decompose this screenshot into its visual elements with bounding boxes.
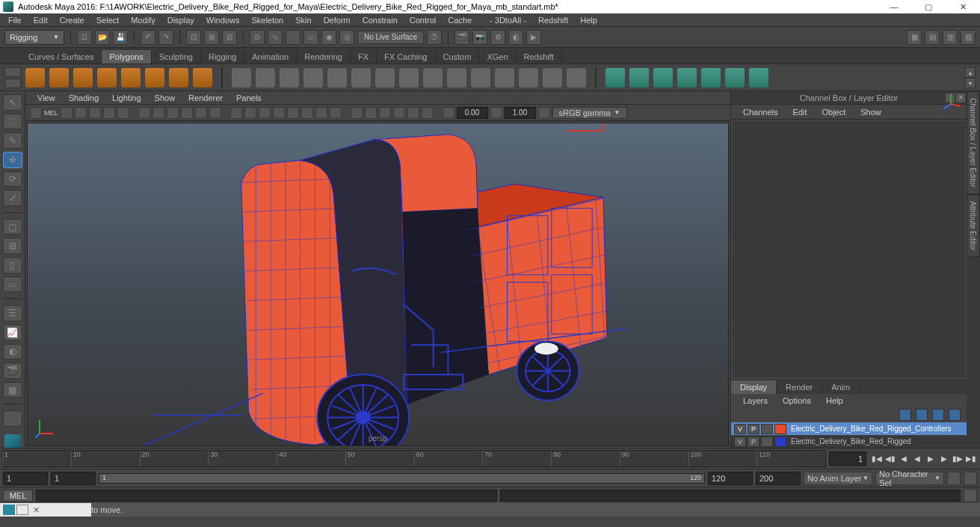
shadows-icon[interactable] — [287, 107, 299, 119]
layer-visible-toggle[interactable]: V — [734, 437, 746, 447]
menu-display[interactable]: Display — [162, 16, 200, 25]
two-pane-stack-icon[interactable]: ▭ — [3, 277, 22, 293]
sculpt-5-icon[interactable] — [701, 68, 721, 87]
smooth-shade-icon[interactable] — [244, 107, 256, 119]
menu-windows[interactable]: Windows — [201, 16, 245, 25]
layer-tab-display[interactable]: Display — [731, 380, 777, 394]
shelf-trash-icon[interactable] — [4, 78, 21, 88]
wireframe-icon[interactable] — [230, 107, 242, 119]
range-start-outer[interactable]: 1 — [3, 472, 48, 485]
play-forward-icon[interactable]: ▶ — [925, 453, 937, 465]
layer-move-down-icon[interactable] — [916, 409, 928, 421]
graph-editor-icon[interactable]: 📈 — [3, 324, 22, 341]
channel-box-toggle-icon[interactable]: ▧ — [961, 30, 976, 45]
paint-select-tool-icon[interactable]: ✎ — [3, 132, 22, 149]
snap-curve-icon[interactable]: ∿ — [268, 30, 283, 45]
script-lang-button[interactable]: MEL — [3, 490, 33, 502]
shelf-tab-redshift[interactable]: Redshift — [517, 50, 562, 64]
layer-color-swatch[interactable] — [774, 424, 786, 434]
sculpt-6-icon[interactable] — [725, 68, 745, 87]
script-editor-icon[interactable] — [964, 489, 977, 502]
wire-on-shaded-icon[interactable] — [301, 107, 313, 119]
go-to-end-icon[interactable]: ▶▮ — [965, 453, 977, 465]
sculpt-7-icon[interactable] — [749, 68, 768, 87]
shelf-tab-rigging[interactable]: Rigging — [201, 50, 244, 64]
xray-icon[interactable] — [315, 107, 327, 119]
select-object-icon[interactable]: ⊞ — [204, 30, 219, 45]
panel-menu-shading[interactable]: Shading — [63, 93, 105, 102]
gamma-icon[interactable] — [490, 107, 502, 119]
time-slider[interactable]: 1102030405060708090100110115 1 ▮◀ ◀▮ ◀ ◀… — [0, 448, 980, 469]
shelf-scroll-up-icon[interactable]: ▲ — [965, 67, 976, 78]
single-pane-icon[interactable]: ▢ — [3, 219, 22, 235]
panel-menu-panels[interactable]: Panels — [230, 93, 268, 102]
menu-control[interactable]: Control — [404, 16, 441, 25]
channel-menu-channels[interactable]: Channels — [737, 108, 783, 117]
taskbar-app-icon[interactable] — [3, 505, 15, 515]
attribute-editor-toggle-icon[interactable]: ▤ — [925, 30, 940, 45]
shelf-tab-sculpting[interactable]: Sculpting — [152, 50, 201, 64]
outliner-icon[interactable]: ☰ — [3, 305, 22, 321]
use-all-lights-icon[interactable] — [273, 107, 285, 119]
open-scene-icon[interactable]: 📂 — [95, 30, 110, 45]
layer-new-icon[interactable] — [949, 409, 961, 421]
menu-deform[interactable]: Deform — [318, 16, 356, 25]
combine-icon[interactable] — [232, 68, 251, 87]
menu-cache[interactable]: Cache — [443, 16, 477, 25]
layer-type-toggle[interactable] — [761, 424, 773, 434]
rotate-tool-icon[interactable]: ⟳ — [3, 171, 22, 188]
film-gate-icon[interactable] — [152, 107, 164, 119]
layer-menu-options[interactable]: Options — [777, 396, 817, 405]
character-set-combo[interactable]: No Character Set▼ — [875, 472, 944, 485]
ao-icon[interactable] — [407, 107, 419, 119]
close-button[interactable]: ✕ — [946, 0, 980, 13]
side-tab-attribute-editor[interactable]: Attribute Editor — [967, 194, 980, 257]
separate-icon[interactable] — [256, 68, 275, 87]
side-tab-channel-box[interactable]: Channel Box / Layer Editor — [967, 91, 980, 194]
menu-create[interactable]: Create — [55, 16, 90, 25]
auto-key-icon[interactable] — [947, 472, 961, 485]
step-back-icon[interactable]: ◀ — [898, 453, 910, 465]
shelf-tab-polygons[interactable]: Polygons — [102, 50, 151, 64]
menu-constrain[interactable]: Constrain — [357, 16, 403, 25]
poly-cube-icon[interactable] — [49, 68, 69, 87]
live-surface-field[interactable]: No Live Surface — [357, 31, 424, 44]
bookmarks-icon[interactable] — [75, 107, 87, 119]
prefs-icon[interactable] — [964, 472, 977, 485]
shelf-scroll-down-icon[interactable]: ▼ — [965, 78, 976, 88]
four-pane-icon[interactable]: ⊞ — [3, 238, 22, 254]
taskbar-close-icon[interactable]: ✕ — [30, 505, 42, 515]
step-back-key-icon[interactable]: ◀▮ — [884, 453, 896, 465]
undo-icon[interactable]: ↶ — [141, 30, 155, 45]
range-start-inner[interactable]: 1 — [51, 472, 96, 485]
shelf-tab-fx[interactable]: FX — [351, 50, 377, 64]
menu-modify[interactable]: Modify — [126, 16, 160, 25]
taskbar-window-icon[interactable] — [16, 505, 28, 515]
layer-tab-anim[interactable]: Anim — [822, 380, 860, 394]
anti-alias-icon[interactable] — [422, 107, 434, 119]
multicut-icon[interactable] — [375, 68, 395, 87]
boolean-icon[interactable] — [280, 68, 299, 87]
2d-pan-icon[interactable] — [103, 107, 115, 119]
motion-blur-icon[interactable] — [379, 107, 391, 119]
sculpt-3-icon[interactable] — [653, 68, 673, 87]
depth-of-field-icon[interactable] — [393, 107, 405, 119]
viewport2-icon[interactable] — [365, 107, 377, 119]
menu-edit[interactable]: Edit — [28, 16, 53, 25]
shelf-menu-icon[interactable] — [4, 67, 21, 77]
view-transform-icon[interactable] — [538, 107, 550, 119]
grease-pencil-icon[interactable] — [117, 107, 129, 119]
gamma-field[interactable]: 1.00 — [505, 107, 536, 119]
lasso-tool-icon[interactable]: ◌ — [3, 114, 22, 130]
panel-menu-lighting[interactable]: Lighting — [106, 93, 147, 102]
shelf-tab-animation[interactable]: Animation — [244, 50, 297, 64]
sculpt-4-icon[interactable] — [677, 68, 697, 87]
redo-icon[interactable]: ↷ — [158, 30, 173, 45]
channel-menu-edit[interactable]: Edit — [786, 108, 813, 117]
grid-icon[interactable] — [138, 107, 150, 119]
smooth-icon[interactable] — [447, 68, 466, 87]
bevel-icon[interactable] — [327, 68, 347, 87]
menu--dtoall-[interactable]: - 3DtoAll - — [484, 16, 531, 25]
target-weld-icon[interactable] — [399, 68, 419, 87]
range-end-inner[interactable]: 120 — [708, 472, 753, 485]
